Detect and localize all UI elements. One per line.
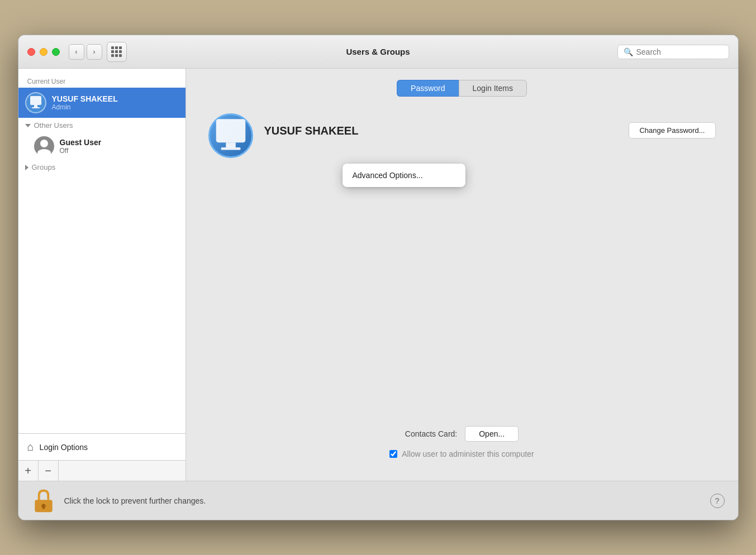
other-users-label: Other Users [34, 121, 73, 130]
groups-expand-icon [25, 165, 28, 170]
admin-checkbox[interactable] [389, 450, 397, 458]
admin-checkbox-row: Allow user to administer this computer [389, 449, 534, 458]
lock-icon [32, 487, 55, 514]
svg-rect-5 [216, 119, 245, 142]
display-user-name: YUSUF SHAKEEL [264, 125, 618, 137]
user-display: YUSUF SHAKEEL Change Password... [197, 113, 727, 158]
current-user-info: YUSUF SHAKEEL Admin [52, 94, 118, 111]
sidebar-list: Current User YUSUF SHAKEEL Admin [18, 69, 186, 433]
lock-icon-wrap[interactable] [32, 487, 55, 514]
guest-avatar [34, 136, 54, 156]
tab-password[interactable]: Password [397, 80, 458, 97]
avatar [25, 92, 46, 113]
search-box[interactable]: 🔍 [617, 45, 729, 59]
nav-buttons: ‹ › [69, 44, 102, 60]
house-icon: ⌂ [27, 441, 34, 453]
advanced-options-item[interactable]: Advanced Options... [343, 166, 465, 185]
svg-rect-1 [34, 105, 37, 107]
guest-user-info: Guest User Off [60, 138, 102, 155]
traffic-lights [27, 48, 60, 56]
main-panel: Password Login Items YUSUF SHAKEEL Chang… [186, 69, 738, 481]
svg-rect-2 [32, 107, 40, 108]
window-title: Users & Groups [346, 47, 410, 56]
svg-rect-7 [221, 147, 240, 150]
window: ‹ › Users & Groups 🔍 Current User [18, 35, 739, 520]
groups-header[interactable]: Groups [18, 160, 186, 175]
grid-icon [111, 46, 122, 57]
bottom-controls: Contacts Card: Open... Allow user to adm… [197, 426, 727, 470]
add-remove-bar: + − [18, 460, 186, 481]
titlebar: ‹ › Users & Groups 🔍 [18, 35, 738, 69]
groups-label: Groups [32, 163, 56, 171]
svg-rect-0 [30, 96, 41, 105]
sidebar: Current User YUSUF SHAKEEL Admin [18, 69, 186, 481]
close-button[interactable] [27, 48, 35, 56]
contacts-row: Contacts Card: Open... [405, 426, 519, 442]
content: Current User YUSUF SHAKEEL Admin [18, 69, 738, 481]
tabs-row: Password Login Items [197, 80, 727, 97]
change-password-button[interactable]: Change Password... [629, 122, 715, 138]
help-button[interactable]: ? [710, 494, 725, 508]
current-user-item[interactable]: YUSUF SHAKEEL Admin [18, 88, 186, 118]
remove-button[interactable]: − [39, 461, 59, 481]
big-avatar [208, 113, 253, 158]
search-input[interactable] [636, 47, 723, 56]
search-icon: 🔍 [624, 47, 633, 56]
tab-login-items[interactable]: Login Items [459, 80, 527, 97]
grid-button[interactable] [107, 42, 127, 62]
svg-point-3 [40, 140, 48, 147]
open-button[interactable]: Open... [465, 426, 519, 442]
forward-button[interactable]: › [87, 44, 102, 60]
maximize-button[interactable] [52, 48, 60, 56]
admin-checkbox-label: Allow user to administer this computer [402, 449, 534, 458]
add-button[interactable]: + [18, 461, 39, 481]
current-user-name: YUSUF SHAKEEL [52, 94, 118, 103]
guest-user-name: Guest User [60, 138, 102, 147]
other-users-header[interactable]: Other Users [18, 118, 186, 133]
minimize-button[interactable] [40, 48, 47, 56]
login-options-bar[interactable]: ⌂ Login Options [18, 433, 186, 460]
contacts-card-label: Contacts Card: [405, 429, 457, 438]
guest-user-item[interactable]: Guest User Off [18, 133, 186, 160]
svg-rect-10 [42, 506, 45, 509]
current-user-role: Admin [52, 103, 118, 111]
guest-user-status: Off [60, 147, 102, 155]
back-button[interactable]: ‹ [69, 44, 84, 60]
svg-point-4 [37, 149, 51, 156]
login-options-label: Login Options [40, 443, 88, 452]
current-user-label: Current User [18, 73, 186, 88]
expand-icon [25, 124, 31, 127]
svg-rect-6 [226, 142, 236, 147]
context-menu: Advanced Options... [343, 164, 465, 187]
footer-lock-text: Click the lock to prevent further change… [64, 496, 206, 505]
footer: Click the lock to prevent further change… [18, 481, 738, 520]
